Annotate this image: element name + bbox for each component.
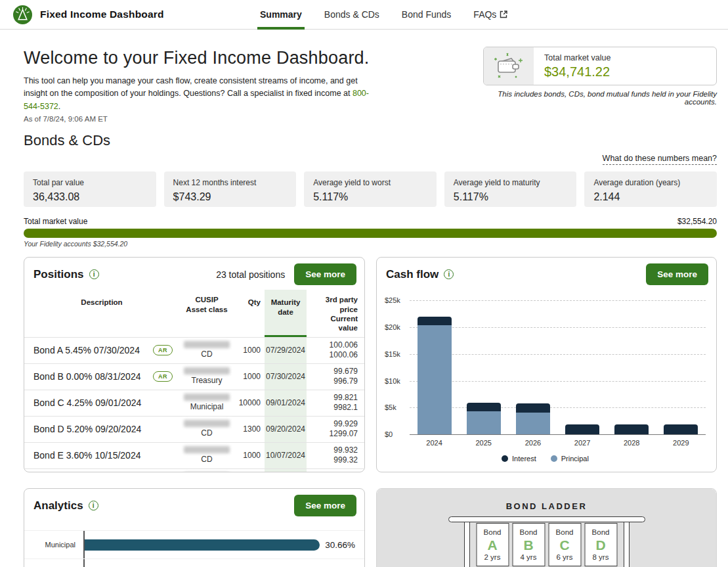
positions-info-icon[interactable] — [89, 269, 99, 279]
market-value-amount: $34,741.22 — [544, 64, 610, 79]
rung-letter: B — [513, 537, 544, 553]
table-row: Bond E 3.60% 10/15/2024CD100010/07/20249… — [24, 442, 364, 468]
rung-term: 6 yrs — [549, 553, 580, 562]
tab-faqs[interactable]: FAQs — [473, 0, 507, 29]
position-price: 100.0061000.06 — [307, 338, 364, 363]
position-name: Bond A 5.45% 07/30/2024 — [33, 345, 140, 355]
position-qty: 1300 — [234, 417, 265, 442]
analytics-chart: Municipal30.66%CD30.07% — [24, 530, 364, 567]
principal-legend-dot — [551, 455, 557, 462]
positions-count: 23 total positions — [216, 269, 294, 280]
analytics-bar-row: Municipal30.66% — [24, 530, 364, 559]
stat-value: 2.144 — [593, 191, 708, 203]
principal-bar-segment — [418, 325, 452, 434]
bar-group — [664, 300, 698, 434]
position-name: Bond B 0.00% 08/31/2024 — [33, 371, 140, 382]
col-price-value: 3rd party price Current value — [307, 290, 364, 337]
current-value: 1000.06 — [330, 350, 358, 361]
stat-average-yield-to-maturity: Average yield to maturity 5.117% — [444, 171, 577, 207]
legend-item-principal: Principal — [551, 455, 589, 463]
positions-panel: Positions 23 total positions See more De… — [24, 257, 365, 472]
position-qty: 1000 — [234, 364, 265, 390]
cashflow-xlabels: 202420252026202720282029 — [410, 439, 706, 447]
x-axis-label: 2029 — [673, 439, 689, 447]
bond-ladder-graphic-area: BOND LADDER Bond A 2 yrs Bond — [377, 489, 716, 567]
interest-bar-segment — [516, 403, 550, 413]
analytics-see-more-button[interactable]: See more — [294, 495, 356, 516]
position-price: 99.679996.79 — [307, 364, 364, 390]
y-axis-label: $15k — [385, 350, 400, 358]
cashflow-chart: $25k$20k$15k$10k$5k$0 202420252026202720… — [377, 290, 716, 463]
tab-bond-funds[interactable]: Bond Funds — [402, 0, 452, 29]
position-qty: 10000 — [234, 390, 265, 416]
market-value-bar-block: Total market value $32,554.20 Your Fidel… — [24, 217, 717, 248]
bar-group — [418, 300, 452, 434]
fidelity-logo-icon — [13, 5, 32, 24]
positions-see-more-button[interactable]: See more — [294, 263, 356, 285]
position-price: 99.932999.32 — [307, 443, 364, 468]
position-price: 99.9291299.07 — [307, 417, 364, 442]
ar-badge: AR — [153, 345, 173, 355]
interest-bar-segment — [664, 424, 698, 434]
ladder-top-rail — [448, 516, 645, 522]
position-cusip: CD — [179, 417, 234, 442]
rung-letter: C — [549, 537, 580, 553]
bond-ladder-panel: BOND LADDER Bond A 2 yrs Bond — [376, 488, 717, 567]
third-party-price: 99.932 — [333, 445, 358, 456]
rung-label: Bond — [549, 528, 580, 537]
position-maturity-date: 07/30/2024 — [265, 364, 307, 390]
analytics-info-icon[interactable] — [89, 501, 98, 510]
position-qty: 2000 — [234, 469, 265, 473]
y-axis-label: $0 — [385, 430, 393, 438]
interest-bar-segment — [467, 403, 501, 411]
stat-value: 5.117% — [454, 191, 568, 203]
cashflow-see-more-button[interactable]: See more — [646, 263, 708, 285]
table-row: Bond D 5.20% 09/20/2024CD130009/20/20249… — [24, 416, 364, 442]
rung-term: 8 yrs — [585, 553, 616, 562]
positions-table-body: Bond A 5.45% 07/30/2024ARCD100007/29/202… — [24, 337, 364, 473]
position-maturity-date: 09/01/2024 — [265, 390, 307, 416]
cusip-redacted — [184, 341, 230, 348]
rung-label: Bond — [585, 528, 616, 537]
numbers-help-link[interactable]: What do these numbers mean? — [603, 154, 717, 165]
external-link-icon — [500, 11, 507, 18]
x-axis-label: 2026 — [525, 439, 541, 447]
bonds-cds-heading: Bonds & CDs — [24, 132, 717, 149]
market-bar-amount: $32,554.20 — [677, 217, 717, 226]
rung-letter: A — [477, 537, 508, 553]
tab-bonds-cds[interactable]: Bonds & CDs — [324, 0, 379, 29]
welcome-section: Welcome to your Fixed Income Dashboard. … — [24, 40, 717, 123]
cashflow-info-icon[interactable] — [444, 269, 454, 279]
bar-group — [467, 300, 501, 434]
tab-summary[interactable]: Summary — [260, 0, 302, 29]
legend-label: Interest — [512, 455, 536, 463]
col-asset-class: Asset class — [182, 305, 232, 314]
current-value: 999.32 — [333, 455, 358, 466]
tab-bond-funds-label: Bond Funds — [402, 9, 452, 20]
rung-letter: D — [585, 537, 616, 553]
cashflow-bars — [410, 300, 706, 434]
ladder-right-rail-end — [624, 521, 630, 567]
position-description: Bond B 0.00% 08/31/2024AR — [24, 364, 179, 390]
stat-average-yield-to-worst: Average yield to worst 5.117% — [304, 171, 437, 207]
active-tab-underline — [257, 27, 305, 30]
col-maturity-line2: date — [267, 307, 304, 317]
market-bar-note: Your Fidelity accounts $32,554.20 — [24, 240, 717, 248]
x-axis-label: 2028 — [624, 439, 639, 447]
position-cusip: Municipal — [179, 390, 234, 416]
interest-legend-dot — [502, 455, 508, 462]
col-description: Description — [24, 290, 179, 337]
interest-bar-segment — [614, 424, 649, 434]
col-cusip-asset-class: CUSIP Asset class — [179, 290, 234, 337]
col-qty: Qty — [234, 290, 265, 337]
rung-term: 2 yrs — [477, 553, 508, 562]
bond-ladder-rung-b: Bond B 4 yrs — [512, 523, 545, 566]
stat-label: Next 12 months interest — [173, 178, 288, 187]
analytics-category-label: Municipal — [24, 541, 83, 549]
interest-bar-segment — [418, 317, 452, 325]
x-axis-label: 2025 — [475, 439, 491, 447]
total-market-value-card: Total market value $34,741.22 — [483, 47, 717, 85]
position-name: Bond D 5.20% 09/20/2024 — [33, 424, 141, 434]
third-party-price: 99.929 — [333, 419, 358, 430]
cashflow-legend: InterestPrincipal — [385, 455, 706, 463]
